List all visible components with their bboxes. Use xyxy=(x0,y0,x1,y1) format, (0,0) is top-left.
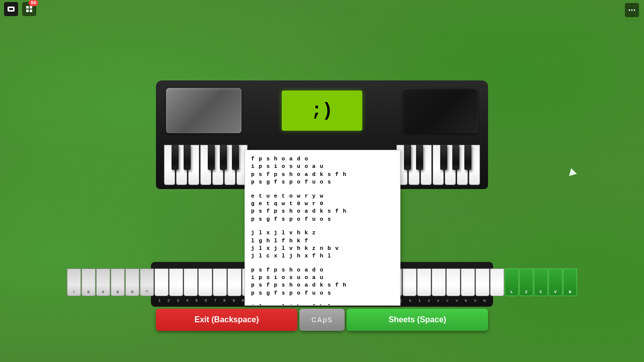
key-label: 4 xyxy=(183,298,191,303)
key-label: n xyxy=(471,298,479,303)
svg-rect-6 xyxy=(30,10,32,12)
sheet-line: j l c x l j h x f h l xyxy=(251,252,394,260)
notification-badge[interactable]: 56 xyxy=(22,2,36,16)
key-label: b xyxy=(462,298,470,303)
kb-key-C[interactable]: C xyxy=(534,268,548,296)
key-label: 9 xyxy=(229,298,238,303)
piano-key-black[interactable] xyxy=(404,145,411,170)
piano-key-black[interactable] xyxy=(184,145,191,170)
sheet-paragraph-5: j l c x l j h x f h l xyxy=(251,303,394,306)
piano-key-black[interactable] xyxy=(208,145,215,170)
kb-key-white[interactable] xyxy=(403,268,417,296)
left-keys xyxy=(164,145,248,185)
piano-key-black[interactable] xyxy=(452,145,459,170)
svg-point-7 xyxy=(629,10,630,11)
svg-rect-1 xyxy=(9,8,11,10)
kb-key-at[interactable]: @ xyxy=(82,268,96,296)
action-buttons: Exit (Backspace) CApS Sheets (Space) xyxy=(156,309,488,331)
piano-key-black[interactable] xyxy=(440,145,447,170)
piano-left-pad xyxy=(166,88,242,133)
piano-upper-body: ;) xyxy=(156,80,488,141)
kb-key-white[interactable] xyxy=(417,268,431,296)
kb-key-white[interactable] xyxy=(198,268,212,296)
sheets-button[interactable]: Sheets (Space) xyxy=(347,309,488,331)
kb-key-white[interactable] xyxy=(184,268,198,296)
kb-key-B[interactable]: B xyxy=(563,268,577,296)
kb-key-white[interactable] xyxy=(475,268,490,296)
key-label: l xyxy=(415,298,424,303)
key-label: c xyxy=(443,298,452,303)
kb-key-white[interactable] xyxy=(154,268,169,296)
piano-key-black[interactable] xyxy=(220,145,227,170)
piano-key-black[interactable] xyxy=(172,145,179,170)
sheet-line: p s g f s p o f u o s xyxy=(251,178,394,186)
piano-right-pad xyxy=(403,88,478,133)
caps-button[interactable]: CApS xyxy=(299,309,345,331)
key-label: 7 xyxy=(211,298,219,303)
sheet-line: p s f p s h o a d o xyxy=(251,266,394,274)
sheet-paragraph-1: f p s h o a d o i p s i o s u o a u p s … xyxy=(251,155,394,187)
sheet-line: e t u e t o w r y w xyxy=(251,193,394,200)
svg-point-8 xyxy=(631,10,633,11)
kb-key-excl[interactable]: ! xyxy=(67,268,81,296)
kb-key-V[interactable]: V xyxy=(548,268,562,296)
sheet-line: p s f p s h o a d k s f h xyxy=(251,208,394,215)
key-label: 2 xyxy=(165,298,173,303)
key-label: x xyxy=(434,298,442,303)
svg-rect-3 xyxy=(26,6,29,9)
svg-point-9 xyxy=(634,10,635,11)
kb-key-white[interactable] xyxy=(169,268,183,296)
key-label: m xyxy=(480,298,489,303)
kb-key-white[interactable] xyxy=(446,268,460,296)
sheet-line: j l x j l v h k z n b v xyxy=(251,245,394,252)
piano-display: ;) xyxy=(282,90,362,131)
sheet-line: f p s h o a d o xyxy=(251,155,394,163)
svg-rect-5 xyxy=(26,10,29,12)
piano-key-black[interactable] xyxy=(232,145,239,170)
svg-rect-4 xyxy=(30,6,32,9)
roblox-logo xyxy=(4,2,18,16)
kb-key-white[interactable] xyxy=(213,268,227,296)
key-label: 6 xyxy=(201,298,210,303)
top-right-menu[interactable] xyxy=(625,3,639,17)
kb-key-L[interactable]: L xyxy=(505,268,519,296)
sheet-line: i p s i o s u o a u xyxy=(251,274,394,282)
key-label: 3 xyxy=(174,298,182,303)
sheet-music-display[interactable]: f p s h o a d o i p s i o s u o a u p s … xyxy=(245,150,400,306)
kb-key-white[interactable] xyxy=(490,268,504,296)
right-keys xyxy=(396,145,480,185)
sheet-line: j l c x l j h x f h l xyxy=(251,303,394,306)
key-label: z xyxy=(425,298,433,303)
sheet-line: p s f p s h o a d k s f h xyxy=(251,282,394,289)
key-label: 1 xyxy=(155,298,164,303)
piano-key-black[interactable] xyxy=(416,145,423,170)
sheet-paragraph-2: e t u e t o w r y w g e t q w t 0 w r 0 … xyxy=(251,193,394,224)
exit-button[interactable]: Exit (Backspace) xyxy=(156,309,297,331)
key-label: v xyxy=(452,298,461,303)
kb-key-white[interactable] xyxy=(227,268,242,296)
sheet-line: j l x j l v h k z xyxy=(251,229,394,237)
notification-count: 56 xyxy=(29,0,38,6)
piano-key-black[interactable] xyxy=(464,145,471,170)
key-label: k xyxy=(406,298,415,303)
sheet-line: l g h l f h k f xyxy=(251,237,394,245)
top-bar: 56 xyxy=(0,0,644,18)
sheet-line: i p s i o s u o a u xyxy=(251,163,394,170)
kb-key-white[interactable] xyxy=(461,268,475,296)
kb-key-white[interactable] xyxy=(432,268,446,296)
sheet-paragraph-3: j l x j l v h k z l g h l f h k f j l x … xyxy=(251,229,394,260)
svg-rect-2 xyxy=(11,8,13,10)
sheet-paragraph-4: p s f p s h o a d o i p s i o s u o a u … xyxy=(251,266,394,298)
sheet-line: p s f p s h o a d k s f h xyxy=(251,171,394,178)
kb-key-percent[interactable]: % xyxy=(125,268,139,296)
kb-key-hash[interactable]: # xyxy=(96,268,110,296)
sheet-line: g e t q w t 0 w r 0 xyxy=(251,200,394,208)
kb-key-caret[interactable]: ^ xyxy=(140,268,154,296)
sheet-line: p s g f s p o f u o s xyxy=(251,290,394,297)
kb-key-Z[interactable]: Z xyxy=(519,268,533,296)
key-label: 8 xyxy=(220,298,228,303)
key-label: 5 xyxy=(192,298,201,303)
sheet-line: p s g f s p o f u o s xyxy=(251,216,394,223)
kb-key-dollar[interactable]: $ xyxy=(111,268,125,296)
